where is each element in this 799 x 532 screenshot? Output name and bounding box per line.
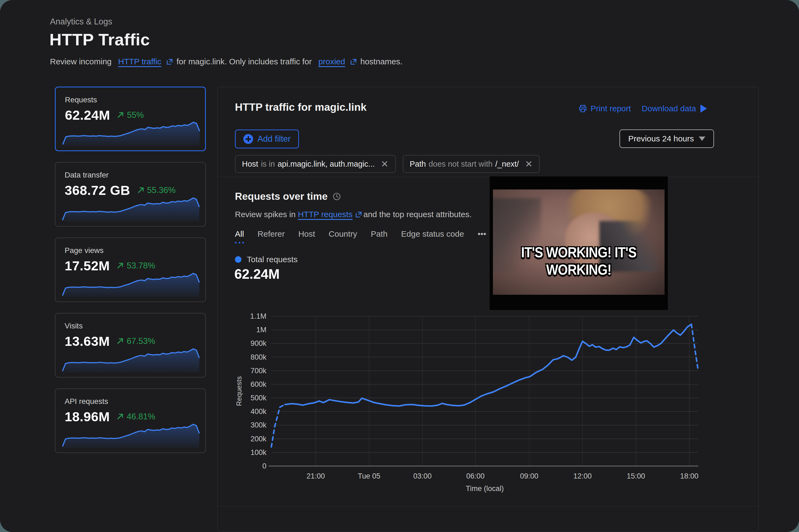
trend-up-icon (116, 413, 124, 420)
metric-label: Data transfer (64, 171, 196, 179)
proxied-link[interactable]: proxied (318, 57, 345, 66)
svg-text:600k: 600k (250, 380, 266, 388)
tab-referer[interactable]: Referer (258, 229, 285, 244)
metric-delta: 55% (116, 110, 144, 120)
page-title: HTTP Traffic (50, 30, 150, 49)
add-filter-button[interactable]: Add filter (235, 130, 299, 149)
svg-text:12:00: 12:00 (573, 472, 592, 480)
svg-text:1M: 1M (256, 326, 266, 334)
http-traffic-link[interactable]: HTTP traffic (118, 57, 161, 66)
metric-delta: 55.36% (137, 185, 176, 195)
metric-label: Visits (64, 322, 196, 330)
svg-text:Tue 05: Tue 05 (358, 472, 380, 480)
metric-card-data-transfer[interactable]: Data transfer 368.72 GB 55.36% (55, 162, 206, 227)
dashboard-window: Analytics & Logs HTTP Traffic Review inc… (0, 0, 799, 532)
section-heading: Requests over time (235, 191, 328, 202)
attribute-tabs: All Referer Host Country Path Edge statu… (235, 229, 486, 244)
metric-card-api-requests[interactable]: API requests 18.96M 46.81% (55, 388, 206, 453)
chart-legend: Total requests (235, 255, 298, 264)
svg-text:900k: 900k (250, 339, 266, 347)
panel-title: HTTP traffic for magic.link (235, 101, 367, 113)
metric-card-page-views[interactable]: Page views 17.52M 53.78% (55, 238, 206, 302)
description-text: for magic.link. Only includes traffic fo… (176, 57, 312, 66)
traffic-panel: HTTP traffic for magic.link Print report… (217, 87, 759, 532)
svg-text:300k: 300k (250, 421, 266, 429)
close-icon[interactable]: ✕ (381, 159, 389, 169)
close-icon[interactable]: ✕ (525, 159, 533, 169)
filter-chip-host[interactable]: Host is in api.magic.link, auth.magic...… (235, 155, 396, 173)
trend-up-icon (116, 337, 124, 345)
section-description: Review spikes in HTTP requests and the t… (235, 210, 472, 219)
svg-text:800k: 800k (250, 353, 266, 361)
external-link-icon (166, 58, 173, 65)
download-data-button[interactable]: Download data (642, 104, 707, 113)
time-range-dropdown[interactable]: Previous 24 hours (619, 130, 714, 148)
section-divider (218, 177, 759, 177)
metric-label: Page views (64, 246, 196, 255)
svg-text:21:00: 21:00 (306, 472, 325, 480)
svg-text:200k: 200k (250, 435, 266, 443)
metric-delta: 46.81% (116, 412, 155, 421)
page-description: Review incoming HTTP traffic for magic.l… (50, 57, 403, 66)
svg-text:09:00: 09:00 (520, 472, 539, 480)
tab-more-ellipsis[interactable]: ••• (478, 229, 486, 244)
clock-icon (332, 192, 341, 201)
svg-text:06:00: 06:00 (466, 472, 485, 480)
sparkline-chart (62, 119, 201, 147)
svg-text:Time (local): Time (local) (466, 484, 504, 493)
external-link-icon (355, 211, 362, 218)
breadcrumb: Analytics & Logs (50, 17, 112, 26)
sparkline-chart (61, 421, 201, 449)
metric-delta: 53.78% (116, 261, 155, 271)
meme-caption: IT'S WORKING! IT'S WORKING! (493, 244, 665, 278)
metric-label: Requests (65, 96, 196, 104)
expand-caret-icon (701, 104, 707, 113)
panel-bottom-divider (218, 507, 759, 507)
svg-text:15:00: 15:00 (627, 472, 645, 480)
svg-text:03:00: 03:00 (413, 472, 432, 480)
sparkline-chart (61, 345, 201, 373)
svg-text:700k: 700k (250, 367, 266, 375)
svg-text:1.1M: 1.1M (250, 312, 266, 320)
legend-label: Total requests (247, 255, 298, 264)
description-text: Review incoming (50, 57, 112, 66)
chevron-down-icon (699, 136, 705, 141)
svg-text:100k: 100k (250, 449, 266, 457)
tab-path[interactable]: Path (371, 229, 388, 244)
sparkline-chart (61, 270, 201, 298)
svg-text:Requests: Requests (235, 376, 243, 406)
svg-text:18:00: 18:00 (680, 472, 699, 480)
filter-chip-path[interactable]: Path does not start with /_next/ ✕ (403, 155, 540, 173)
svg-text:400k: 400k (250, 407, 266, 416)
printer-icon (578, 104, 587, 113)
plus-circle-icon (243, 134, 253, 144)
svg-text:0: 0 (262, 462, 266, 470)
trend-up-icon (116, 111, 124, 119)
description-text: hostnames. (360, 57, 403, 66)
http-requests-link[interactable]: HTTP requests (298, 210, 353, 219)
tab-all[interactable]: All (235, 229, 244, 244)
tab-edge-status-code[interactable]: Edge status code (401, 229, 464, 244)
tab-host[interactable]: Host (298, 229, 315, 244)
trend-up-icon (116, 262, 124, 269)
filter-chips: Host is in api.magic.link, auth.magic...… (235, 155, 540, 173)
metric-delta: 67.53% (116, 336, 155, 346)
trend-up-icon (137, 187, 145, 194)
metric-cards: Requests 62.24M 55% Data transfer 368.72… (55, 87, 206, 464)
total-requests-value: 62.24M (235, 266, 280, 282)
metric-card-requests[interactable]: Requests 62.24M 55% (55, 87, 206, 151)
meme-photo: IT'S WORKING! IT'S WORKING! (493, 189, 665, 295)
tab-country[interactable]: Country (329, 229, 357, 244)
meme-image: IT'S WORKING! IT'S WORKING! (490, 176, 668, 310)
svg-text:500k: 500k (250, 394, 266, 402)
external-link-icon (350, 58, 357, 65)
sparkline-chart (61, 195, 201, 222)
print-report-button[interactable]: Print report (578, 104, 631, 113)
metric-card-visits[interactable]: Visits 13.63M 67.53% (55, 313, 206, 378)
requests-over-time-chart[interactable]: 0100k200k300k400k500k600k700k800k900k1M1… (234, 312, 707, 494)
legend-dot-icon (235, 256, 241, 263)
metric-label: API requests (64, 397, 196, 406)
